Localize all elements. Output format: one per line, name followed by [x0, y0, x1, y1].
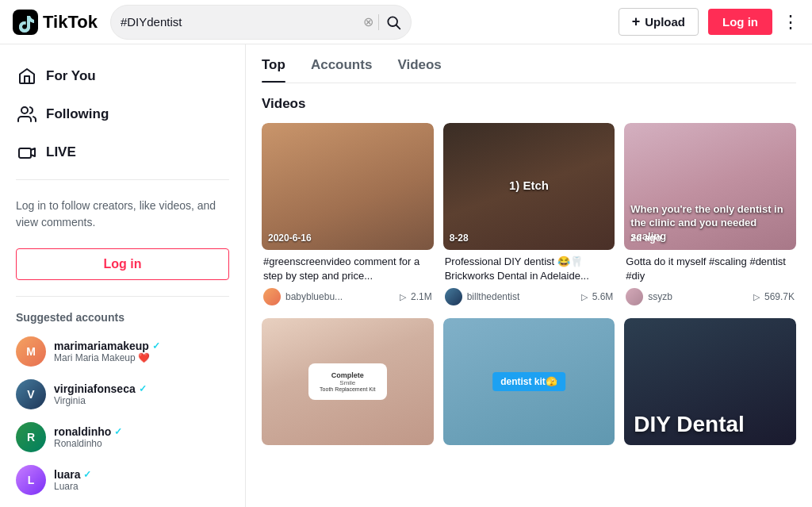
- account-handle-virginiafonseca: Virginia: [54, 395, 147, 406]
- thumb-date-3: 2d ago: [630, 232, 661, 244]
- search-clear-icon[interactable]: ⊗: [363, 14, 373, 29]
- account-item-ronaldinho[interactable]: R ronaldinho ✓ Ronaldinho: [0, 416, 245, 459]
- video-thumbnail-5: dentist kit🫣: [443, 318, 615, 445]
- sidebar-divider: [16, 179, 229, 180]
- search-input[interactable]: [121, 15, 363, 29]
- plus-icon: +: [632, 13, 641, 30]
- meta-avatar-2: [445, 288, 462, 305]
- tabs: Top Accounts Videos: [262, 44, 796, 83]
- account-item-virginiafonseca[interactable]: V virginiafonseca ✓ Virginia: [0, 373, 245, 416]
- account-item-luara[interactable]: L luara ✓ Luara: [0, 459, 245, 501]
- meta-name-3: ssyzb: [648, 291, 749, 302]
- video-thumbnail-2: 8-28 1) Etch: [443, 123, 615, 250]
- svg-point-3: [21, 107, 28, 113]
- verified-icon-luara: ✓: [83, 469, 91, 480]
- sidebar-item-following[interactable]: Following: [0, 95, 245, 133]
- video-thumbnail-1: 2020-6-16: [262, 123, 434, 250]
- view-count-3: 569.7K: [764, 291, 795, 302]
- sidebar-divider-2: [16, 296, 229, 297]
- avatar-virginiafonseca: V: [16, 379, 46, 409]
- thumb-overlay-etch: 1) Etch: [509, 179, 549, 192]
- nav-live-label: LIVE: [46, 144, 76, 160]
- account-name-virginiafonseca: virginiafonseca ✓: [54, 382, 147, 395]
- video-meta-4: [262, 451, 434, 458]
- video-caption-2: Professional DIY dentist 😂🦷 Brickworks D…: [443, 250, 615, 285]
- verified-icon-virginiafonseca: ✓: [139, 383, 147, 394]
- sidebar-item-for-you[interactable]: For You: [0, 57, 245, 95]
- search-submit-icon[interactable]: [385, 14, 401, 30]
- video-card-5[interactable]: dentist kit🫣: [443, 318, 615, 458]
- layout: For You Following LIVE Log in to: [0, 44, 812, 507]
- video-card-1[interactable]: 2020-6-16 #greenscreenvideo comment for …: [262, 123, 434, 309]
- verified-icon-ronaldinho: ✓: [114, 426, 122, 437]
- videos-section-label: Videos: [262, 96, 796, 112]
- video-grid: 2020-6-16 #greenscreenvideo comment for …: [262, 123, 796, 458]
- video-thumbnail-3: When you're the only dentist in the clin…: [624, 123, 796, 250]
- people-icon: [16, 103, 38, 125]
- thumb-date-2: 8-28: [450, 232, 469, 244]
- video-caption-3: Gotta do it myself #scaling #dentist #di…: [624, 250, 796, 285]
- video-caption-1: #greenscreenvideo comment for a step by …: [262, 250, 434, 285]
- svg-rect-4: [19, 148, 31, 158]
- svg-line-2: [396, 25, 400, 29]
- verified-icon-marimariamakeup: ✓: [152, 340, 160, 351]
- tab-top[interactable]: Top: [262, 57, 285, 83]
- tab-videos[interactable]: Videos: [397, 57, 441, 83]
- upload-label: Upload: [645, 15, 685, 29]
- video-thumbnail-4: Complete Smile Tooth Replacement Kit: [262, 318, 434, 445]
- sidebar-cta-text: Log in to follow creators, like videos, …: [0, 188, 245, 240]
- main-content: Top Accounts Videos Videos 2020-6-16 #gr…: [246, 44, 812, 507]
- home-icon: [16, 65, 38, 87]
- header: TikTok ⊗ + Upload Log in ⋮: [0, 0, 812, 44]
- video-caption-4: [262, 445, 434, 451]
- account-name-marimariamakeup: marimariamakeup ✓: [54, 340, 160, 352]
- tiktok-logo-icon: [13, 10, 38, 35]
- header-login-button[interactable]: Log in: [708, 9, 772, 35]
- account-info-marimariamakeup: marimariamakeup ✓ Mari Maria Makeup ❤️: [54, 340, 160, 363]
- meta-avatar-1: [263, 288, 281, 305]
- video-meta-2: billthedentist ▷ 5.6M: [443, 285, 615, 309]
- nav-for-you-label: For You: [46, 68, 96, 84]
- video-card-3[interactable]: When you're the only dentist in the clin…: [624, 123, 796, 309]
- thumb-overlay-big-6: DIY Dental: [634, 413, 745, 436]
- video-meta-1: babybluebu... ▷ 2.1M: [262, 285, 434, 309]
- play-icon-3: ▷: [753, 292, 760, 302]
- play-icon-1: ▷: [400, 292, 406, 302]
- logo-text: TikTok: [43, 12, 98, 33]
- avatar-ronaldinho: R: [16, 422, 46, 452]
- more-options-icon[interactable]: ⋮: [782, 12, 799, 33]
- meta-name-2: billthedentist: [467, 291, 576, 302]
- video-card-6[interactable]: DIY Dental: [624, 318, 796, 458]
- nav-following-label: Following: [46, 106, 109, 122]
- meta-name-1: babybluebu...: [285, 291, 395, 302]
- video-caption-5: [443, 445, 615, 451]
- logo[interactable]: TikTok: [13, 10, 98, 35]
- video-meta-5: [443, 451, 615, 458]
- video-card-4[interactable]: Complete Smile Tooth Replacement Kit: [262, 318, 434, 458]
- upload-button[interactable]: + Upload: [619, 8, 699, 36]
- account-handle-luara: Luara: [54, 481, 91, 492]
- account-name-luara: luara ✓: [54, 468, 91, 481]
- video-thumbnail-6: DIY Dental: [624, 318, 796, 445]
- suggested-accounts-title: Suggested accounts: [0, 305, 245, 330]
- account-info-luara: luara ✓ Luara: [54, 468, 91, 492]
- thumb-date-1: 2020-6-16: [268, 232, 312, 244]
- video-caption-6: [624, 445, 796, 451]
- sidebar-item-live[interactable]: LIVE: [0, 133, 245, 171]
- account-item-marimariamakeup[interactable]: M marimariamakeup ✓ Mari Maria Makeup ❤️: [0, 330, 245, 373]
- sidebar-login-button[interactable]: Log in: [16, 248, 229, 280]
- account-handle-marimariamakeup: Mari Maria Makeup ❤️: [54, 352, 160, 363]
- view-count-2: 5.6M: [592, 291, 614, 302]
- account-info-virginiafonseca: virginiafonseca ✓ Virginia: [54, 382, 147, 406]
- view-count-1: 2.1M: [411, 291, 432, 302]
- account-info-ronaldinho: ronaldinho ✓ Ronaldinho: [54, 425, 122, 449]
- avatar-marimariamakeup: M: [16, 336, 46, 367]
- account-item-euromagagah[interactable]: E euromagagah ✓ ROMAGAGA: [0, 501, 245, 507]
- account-handle-ronaldinho: Ronaldinho: [54, 438, 122, 449]
- tab-accounts[interactable]: Accounts: [311, 57, 372, 83]
- live-icon: [16, 141, 38, 163]
- thumb-badge-5: dentist kit🫣: [492, 372, 565, 391]
- meta-avatar-3: [626, 288, 643, 305]
- avatar-luara: L: [16, 465, 46, 495]
- video-card-2[interactable]: 8-28 1) Etch Professional DIY dentist 😂🦷…: [443, 123, 615, 309]
